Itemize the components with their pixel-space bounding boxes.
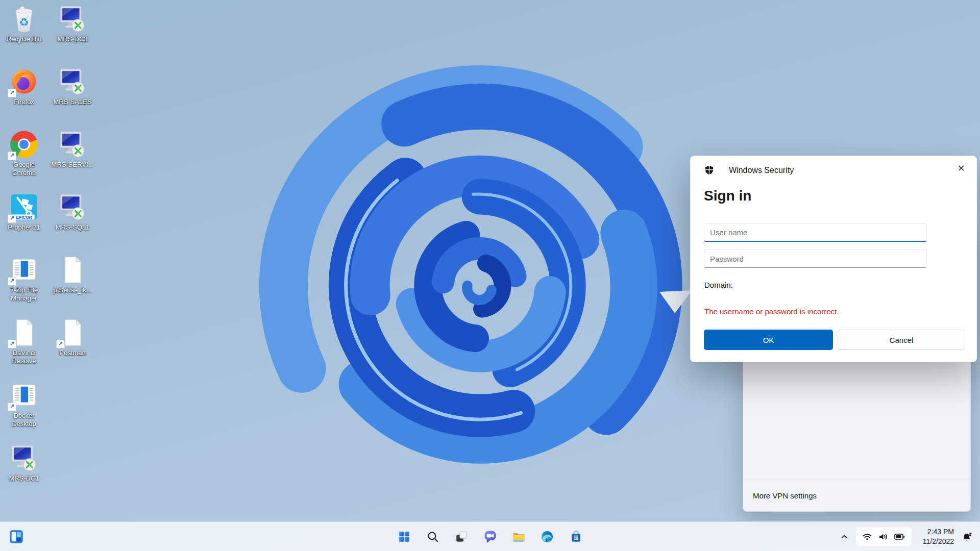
desktop-icon-mrs-sales[interactable]: MRS-SALES	[50, 67, 95, 106]
store-button[interactable]	[566, 527, 586, 547]
dialog-header: Windows Security	[704, 165, 794, 175]
desktop-icon-google-chrome[interactable]: ↗ Google Chrome	[2, 130, 46, 177]
desktop-icon-davinci-resolve[interactable]: ↗ DaVinci Resolve	[2, 318, 46, 365]
system-tray: 2:43 PM 11/2/2022	[837, 522, 976, 551]
ok-button[interactable]: OK	[704, 330, 833, 350]
volume-icon	[878, 532, 888, 542]
desktop-icon-mrs-sql1[interactable]: MRS-SQL1	[50, 192, 95, 232]
remote-desktop-icon	[58, 192, 87, 222]
shortcut-arrow-icon: ↗	[56, 340, 65, 348]
desktop-icon-label: DaVinci Resolve	[2, 349, 46, 365]
desktop-icon-label: MRS-SERVI...	[52, 161, 94, 169]
firefox-icon: ↗	[9, 67, 39, 96]
desktop-icon-label: MRS-SQL1	[56, 223, 89, 232]
edge-icon	[541, 530, 554, 543]
desktop-icon-label: Docker Desktop	[2, 412, 46, 428]
quick-settings-button[interactable]	[855, 527, 912, 546]
desktop-icon-prophet-21[interactable]: EPICOR ↗ Prophet 21	[2, 192, 46, 232]
desktop-icon-mrs-dc1[interactable]: MRS-DC1	[2, 443, 46, 483]
shortcut-arrow-icon: ↗	[8, 277, 16, 286]
start-button[interactable]	[394, 527, 414, 547]
error-message: The username or password is incorrect.	[704, 307, 839, 316]
clock[interactable]: 2:43 PM 11/2/2022	[920, 527, 954, 545]
edge-button[interactable]	[537, 527, 557, 547]
desktop-icon-docker-desktop[interactable]: ↗ Docker Desktop	[2, 381, 46, 428]
remote-desktop-icon	[58, 4, 87, 34]
desktop-icon-label: MRS-DC3	[57, 35, 87, 43]
epicor-brand-text: EPICOR	[16, 215, 32, 220]
file-explorer-button[interactable]	[508, 527, 529, 547]
shortcut-arrow-icon: ↗	[8, 403, 16, 411]
password-input[interactable]	[704, 249, 927, 268]
task-view-icon	[455, 530, 468, 543]
chat-icon	[483, 530, 497, 543]
notification-bell-icon	[962, 532, 973, 542]
desktop-icon-label: MRS-DC1	[9, 474, 39, 483]
desktop-icon-firefox[interactable]: ↗ Firefox	[2, 67, 46, 106]
notification-bell-button[interactable]	[959, 528, 976, 546]
windows-security-dialog: Windows Security ✕ Sign in Domain: The u…	[690, 156, 977, 362]
desktop-icon-label: 7-Zip File Manager	[2, 286, 46, 303]
remote-desktop-icon	[58, 67, 87, 96]
widgets-button[interactable]	[6, 527, 27, 547]
close-icon[interactable]: ✕	[953, 160, 969, 177]
cancel-button[interactable]: Cancel	[838, 330, 965, 350]
recycle-glyph: ♻	[19, 16, 29, 29]
file-icon	[58, 255, 87, 285]
domain-label: Domain:	[704, 281, 733, 289]
file-explorer-icon	[512, 530, 526, 543]
prophet21-icon: EPICOR ↗	[9, 192, 39, 222]
widgets-icon	[8, 528, 25, 545]
taskbar-center	[394, 522, 586, 551]
desktop-icon-label: Google Chrome	[2, 161, 46, 177]
desktop-icon-postman[interactable]: ↗ Postman	[50, 318, 95, 357]
chevron-up-icon	[840, 532, 849, 541]
chrome-icon: ↗	[9, 130, 39, 159]
shortcut-arrow-icon: ↗	[8, 89, 16, 97]
battery-icon	[894, 532, 905, 542]
desktop-icon-mrs-dc3[interactable]: MRS-DC3	[50, 4, 95, 43]
desktop-icon-label: Recycle Bin	[7, 35, 42, 43]
start-icon	[398, 530, 411, 543]
more-vpn-settings-link[interactable]: More VPN settings	[753, 491, 817, 500]
desktop-icon-mrs-servi[interactable]: MRS-SERVI...	[50, 130, 95, 169]
desktop-icon-label: Prophet 21	[8, 223, 40, 232]
windows-desktop: ♻ Recycle Bin MRS-DC3 ↗ Firefox MRS-SALE…	[0, 0, 980, 551]
chat-button[interactable]	[480, 527, 500, 547]
clock-time: 2:43 PM	[920, 527, 954, 536]
file-icon: ↗	[9, 318, 39, 347]
tray-overflow-button[interactable]	[837, 528, 852, 546]
dialog-title: Windows Security	[729, 166, 794, 175]
desktop-icon-label: pfSense_ik...	[53, 286, 91, 294]
desktop-icon-label: Postman	[59, 349, 85, 357]
clock-date: 11/2/2022	[920, 537, 954, 546]
app-window-icon: ↗	[9, 255, 39, 285]
vpn-flyout-footer: More VPN settings	[743, 480, 970, 511]
desktop-icon-7zip[interactable]: ↗ 7-Zip File Manager	[2, 255, 46, 303]
shortcut-arrow-icon: ↗	[8, 152, 16, 160]
shortcut-arrow-icon: ↗	[8, 214, 16, 223]
search-button[interactable]	[423, 527, 443, 547]
recycle-bin-icon: ♻	[9, 4, 39, 34]
task-view-button[interactable]	[451, 527, 472, 547]
sign-in-heading: Sign in	[704, 188, 751, 204]
store-icon	[569, 530, 583, 543]
remote-desktop-icon	[58, 130, 87, 159]
desktop-icon-pfsense[interactable]: pfSense_ik...	[50, 255, 95, 294]
shortcut-arrow-icon: ↗	[8, 340, 16, 348]
desktop-icon-label: MRS-SALES	[53, 98, 91, 106]
search-icon	[426, 530, 439, 543]
username-input[interactable]	[704, 223, 927, 242]
remote-desktop-icon	[9, 443, 39, 473]
desktop-icon-recycle-bin[interactable]: ♻ Recycle Bin	[2, 4, 46, 43]
windows-security-shield-icon	[704, 165, 714, 175]
file-icon: ↗	[58, 318, 87, 347]
app-window-icon: ↗	[9, 381, 39, 410]
wifi-icon	[862, 532, 872, 542]
desktop-icon-label: Firefox	[14, 98, 34, 106]
taskbar: 2:43 PM 11/2/2022	[0, 521, 980, 551]
